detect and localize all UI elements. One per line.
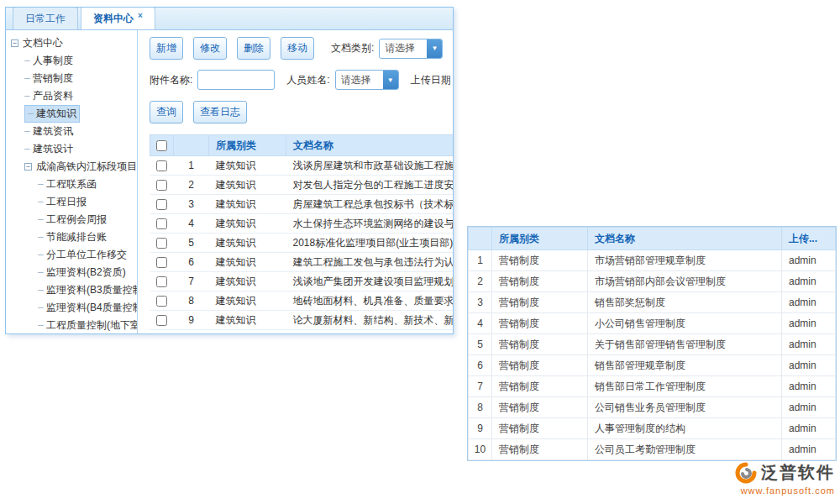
row-category: 营销制度 bbox=[492, 376, 588, 397]
row-doc-name: 市场营销部管理规章制度 bbox=[588, 250, 782, 271]
row-uploader: admin bbox=[782, 313, 836, 334]
toolbar-row-2: 附件名称: 人员姓名: 请选择 ▼ 上传日期 bbox=[150, 70, 453, 90]
row-checkbox[interactable] bbox=[156, 257, 167, 268]
attachment-name-input[interactable] bbox=[197, 70, 275, 90]
row-category: 营销制度 bbox=[492, 292, 588, 313]
table-row[interactable]: 4 建筑知识 水土保持生态环境监测网络的建设与资... bbox=[150, 214, 454, 234]
row-number: 10 bbox=[174, 330, 209, 335]
row-number: 3 bbox=[174, 195, 209, 214]
tree-item[interactable]: − 工程联系函 bbox=[6, 176, 137, 193]
table-row[interactable]: 9 建筑知识 论大厦新材料、新结构、新技术、新工... bbox=[150, 311, 454, 330]
row-category: 营销制度 bbox=[492, 418, 588, 439]
row-number: 9 bbox=[174, 311, 209, 330]
tree-item[interactable]: − 监理资料(B4质量控制) bbox=[6, 299, 137, 317]
row-uploader: admin bbox=[782, 439, 836, 460]
tree-item-label: 产品资料 bbox=[24, 89, 73, 103]
table-row[interactable]: 10 建筑知识 大厦地下室加气砼墙砌筑工程的施工方... bbox=[150, 330, 454, 335]
row-uploader: admin bbox=[782, 292, 836, 313]
table-row[interactable]: 3 营销制度 销售部奖惩制度 admin bbox=[469, 292, 836, 313]
row-number: 8 bbox=[174, 291, 209, 311]
tree-item[interactable]: − 节能减排台账 bbox=[6, 228, 137, 246]
tree-item-label: 监理资料(B3质量控制) bbox=[38, 283, 138, 297]
row-doc-name: 浅谈地产集团开发建设项目监理规划编... bbox=[286, 272, 454, 291]
table-row[interactable]: 3 建筑知识 房屋建筑工程总承包投标书（技术标）... bbox=[150, 195, 454, 214]
tree-item[interactable]: − 监理资料(B2资质) bbox=[6, 264, 137, 281]
row-doc-name: 水土保持生态环境监测网络的建设与资... bbox=[286, 214, 454, 234]
tree-item[interactable]: − 分工单位工作移交 bbox=[6, 246, 137, 264]
row-doc-name: 浅谈房屋建筑和市政基础设施工程施工... bbox=[286, 156, 454, 176]
row-number: 10 bbox=[469, 439, 492, 460]
tree-item-label: 营销制度 bbox=[24, 71, 73, 86]
tree-item[interactable]: − 工程日报 bbox=[6, 193, 137, 211]
table-row[interactable]: 7 营销制度 销售部日常工作管理制度 admin bbox=[469, 376, 836, 397]
tree-item[interactable]: − 人事制度 bbox=[6, 52, 137, 70]
edit-button[interactable]: 修改 bbox=[193, 37, 227, 60]
tree-item-label: 建筑设计 bbox=[24, 142, 73, 156]
person-name-select[interactable]: 请选择 ▼ bbox=[335, 70, 399, 90]
table-row[interactable]: 7 建筑知识 浅谈地产集团开发建设项目监理规划编... bbox=[150, 272, 454, 291]
view-log-button[interactable]: 查看日志 bbox=[193, 101, 247, 123]
main-window: 日常工作 资料中心× − 文档中心 − 人事制度 − 营销制度 − 产品资料 −… bbox=[5, 7, 454, 334]
table-row[interactable]: 1 建筑知识 浅谈房屋建筑和市政基础设施工程施工... bbox=[150, 156, 454, 176]
row-uploader: admin bbox=[782, 334, 836, 355]
table-row[interactable]: 8 营销制度 公司销售业务员管理制度 admin bbox=[469, 397, 836, 418]
table-row[interactable]: 2 建筑知识 对发包人指定分包的工程施工进度安排... bbox=[150, 176, 454, 195]
collapse-icon[interactable]: − bbox=[24, 163, 32, 171]
move-button[interactable]: 移动 bbox=[281, 37, 314, 60]
add-button[interactable]: 新增 bbox=[150, 37, 183, 60]
row-category: 营销制度 bbox=[492, 397, 588, 418]
row-doc-name: 地砖地面材料、机具准备、质量要求及... bbox=[286, 291, 454, 311]
table-row[interactable]: 6 建筑知识 建筑工程施工发包与承包违法行为认定... bbox=[150, 253, 454, 272]
tree-item[interactable]: − 成渝高铁内江标段项目 bbox=[6, 158, 137, 176]
row-uploader: admin bbox=[782, 271, 836, 292]
category-column-header: 所属别类 bbox=[492, 228, 588, 250]
delete-button[interactable]: 删除 bbox=[237, 37, 270, 60]
table-row[interactable]: 8 建筑知识 地砖地面材料、机具准备、质量要求及... bbox=[150, 291, 454, 311]
row-category: 建筑知识 bbox=[209, 176, 286, 195]
row-checkbox[interactable] bbox=[156, 160, 167, 171]
tree-item-label: 成渝高铁内江标段项目 bbox=[36, 160, 137, 174]
tree-item-label: 人事制度 bbox=[24, 54, 73, 68]
table-row[interactable]: 9 营销制度 人事管理制度的结构 admin bbox=[469, 418, 836, 439]
query-button[interactable]: 查询 bbox=[150, 101, 183, 123]
select-all-checkbox[interactable] bbox=[156, 140, 167, 151]
row-checkbox[interactable] bbox=[156, 296, 167, 307]
row-category: 营销制度 bbox=[492, 334, 588, 355]
table-row[interactable]: 4 营销制度 小公司销售管理制度 admin bbox=[469, 313, 836, 334]
table-row[interactable]: 6 营销制度 销售部管理规章制度 admin bbox=[469, 355, 836, 376]
tree-item-label: 建筑资讯 bbox=[24, 124, 73, 139]
tree-item[interactable]: − 建筑设计 bbox=[6, 140, 137, 158]
tree-item-label: 工程日报 bbox=[38, 195, 87, 209]
table-row[interactable]: 2 营销制度 市场营销部内部会议管理制度 admin bbox=[469, 271, 836, 292]
row-checkbox[interactable] bbox=[156, 315, 167, 326]
row-checkbox[interactable] bbox=[156, 199, 167, 210]
tree-item[interactable]: − 工程质量控制(地下室) bbox=[6, 317, 137, 334]
toolbar-row-3: 查询 查看日志 bbox=[150, 101, 453, 123]
tab-close-icon[interactable]: × bbox=[138, 11, 143, 20]
row-checkbox[interactable] bbox=[156, 276, 167, 287]
tree-item[interactable]: − 文档中心 bbox=[6, 34, 137, 52]
tab-daily-work[interactable]: 日常工作 bbox=[13, 7, 78, 29]
row-checkbox[interactable] bbox=[156, 218, 167, 229]
tree-item[interactable]: − 监理资料(B3质量控制) bbox=[6, 281, 137, 299]
brand-name: 泛普软件 bbox=[761, 461, 835, 484]
row-checkbox[interactable] bbox=[156, 180, 167, 191]
tree-item[interactable]: − 产品资料 bbox=[6, 87, 137, 105]
table-row[interactable]: 10 营销制度 公司员工考勤管理制度 admin bbox=[469, 439, 836, 460]
table-row[interactable]: 5 建筑知识 2018标准化监理项目部(业主项目部)人员... bbox=[150, 234, 454, 253]
tree-item[interactable]: − 建筑知识 bbox=[6, 105, 137, 123]
row-number: 8 bbox=[469, 397, 492, 418]
tab-data-center[interactable]: 资料中心× bbox=[81, 7, 155, 29]
row-number: 6 bbox=[469, 355, 492, 376]
doc-type-select[interactable]: 请选择 ▼ bbox=[379, 39, 443, 59]
document-tree: − 文档中心 − 人事制度 − 营销制度 − 产品资料 − 建筑知识 − 建筑资… bbox=[6, 30, 138, 334]
tree-item[interactable]: − 营销制度 bbox=[6, 70, 137, 87]
category-table-window: 所属别类 文档名称 上传... 1 营销制度 市场营销部管理规章制度 admin… bbox=[467, 226, 837, 461]
collapse-icon[interactable]: − bbox=[11, 39, 18, 47]
row-category: 建筑知识 bbox=[209, 156, 286, 176]
row-checkbox[interactable] bbox=[156, 238, 167, 249]
table-row[interactable]: 5 营销制度 关于销售部管理销售管理制度 admin bbox=[469, 334, 836, 355]
tree-item[interactable]: − 工程例会周报 bbox=[6, 211, 137, 228]
table-row[interactable]: 1 营销制度 市场营销部管理规章制度 admin bbox=[469, 250, 836, 271]
tree-item[interactable]: − 建筑资讯 bbox=[6, 123, 137, 140]
